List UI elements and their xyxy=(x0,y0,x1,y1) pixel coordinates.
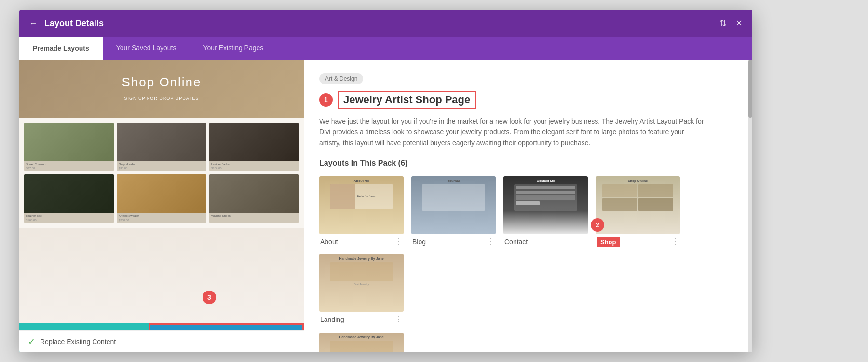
thumb-card-landing: Handmade Jewelry By Jane Divi Jewelry La… xyxy=(319,254,404,324)
product-label-4: Leather Bag xyxy=(24,213,114,219)
product-image-2 xyxy=(117,123,206,161)
thumb-landing-dots[interactable]: ⋮ xyxy=(395,315,403,324)
check-icon: ✓ xyxy=(28,336,35,347)
layouts-pack-title: Layouts In This Pack (6) xyxy=(319,159,737,167)
close-icon[interactable]: ✕ xyxy=(735,18,743,28)
thumb-landing2-inner: Handmade Jewelry By Jane xyxy=(319,333,404,352)
thumb-card-blog: Journal Blog ⋮ xyxy=(411,176,496,246)
thumb-shop-inner: Shop Online xyxy=(596,176,680,234)
thumb-contact-name: Contact xyxy=(504,238,528,246)
product-item-4: Leather Bag $160.00 xyxy=(24,174,114,223)
product-item-3: Leather Jacket $300.00 xyxy=(209,123,299,171)
product-price-2: $90.00 xyxy=(117,167,206,171)
thumb-about-dots[interactable]: ⋮ xyxy=(395,237,403,246)
thumb-card-contact: Contact Me Contact ⋮ xyxy=(503,176,588,246)
product-label-6: Walking Shoes xyxy=(209,213,299,219)
product-price-1: $87.00 xyxy=(24,167,114,171)
layout-preview: Shop Online SIGN UP FOR DROP UPDATES She… xyxy=(19,60,304,323)
product-label-1: Sheer Coverup xyxy=(24,161,114,167)
thumb-card-shop: 2 Shop Online xyxy=(596,176,680,246)
thumb-blog-label: Journal xyxy=(448,179,460,182)
thumb-landing-label: Handmade Jewelry By Jane xyxy=(339,257,383,260)
thumb-landing-footer: Landing ⋮ xyxy=(319,315,404,324)
thumb-about-footer: About ⋮ xyxy=(319,237,404,246)
product-item-2: Grey Hoodie $90.00 xyxy=(117,123,206,171)
preview-hero-title: Shop Online xyxy=(122,75,201,90)
product-label-3: Leather Jacket xyxy=(209,161,299,167)
layout-title: Jewelry Artist Shop Page xyxy=(343,94,470,106)
product-price-6 xyxy=(209,219,299,220)
preview-products: Sheer Coverup $87.00 Grey Hoodie $90.00 … xyxy=(19,118,304,228)
preview-hero: Shop Online SIGN UP FOR DROP UPDATES xyxy=(19,60,304,118)
thumb-contact-footer: Contact ⋮ xyxy=(503,237,588,246)
shop-highlighted-label: Shop xyxy=(597,237,620,247)
tab-premade-layouts[interactable]: Premade Layouts xyxy=(19,37,103,60)
product-image-4 xyxy=(24,174,114,213)
back-icon[interactable]: ← xyxy=(29,18,38,28)
preview-hero-button: SIGN UP FOR DROP UPDATES xyxy=(119,94,204,103)
product-price-5: $250.00 xyxy=(117,219,206,223)
thumb-landing[interactable]: Handmade Jewelry By Jane Divi Jewelry xyxy=(319,254,404,312)
layout-description: We have just the layout for you if you'r… xyxy=(319,116,705,148)
badge-1: 1 xyxy=(319,93,333,107)
thumb-card-about: About Me Hello I'm Jane About ⋮ xyxy=(319,176,404,246)
modal-body: 3 Shop Online SIGN UP FOR DROP UPDATES S… xyxy=(19,60,752,352)
tab-saved-layouts[interactable]: Your Saved Layouts xyxy=(103,37,190,60)
thumb-contact-label: Contact Me xyxy=(537,179,555,182)
thumb-landing2-label: Handmade Jewelry By Jane xyxy=(339,335,383,339)
left-panel: 3 Shop Online SIGN UP FOR DROP UPDATES S… xyxy=(19,60,304,352)
category-tag: Art & Design xyxy=(319,73,363,84)
thumb-shop-footer: Shop ⋮ xyxy=(596,237,680,246)
layout-details-modal: ← Layout Details ⇅ ✕ Premade Layouts You… xyxy=(19,10,752,352)
settings-icon[interactable]: ⇅ xyxy=(719,18,727,28)
thumb-contact-inner: Contact Me xyxy=(503,176,588,234)
thumb-shop-dots[interactable]: ⋮ xyxy=(671,237,679,246)
thumb-landing-name: Landing xyxy=(320,316,344,323)
right-panel: Art & Design 1 Jewelry Artist Shop Page … xyxy=(304,60,752,352)
badge-2: 2 xyxy=(591,218,604,232)
scrollbar-thumb[interactable] xyxy=(748,60,752,118)
thumb-about-name: About xyxy=(320,238,338,246)
thumb-blog-dots[interactable]: ⋮ xyxy=(487,237,495,246)
thumb-blog-inner: Journal xyxy=(411,176,496,234)
tab-existing-pages[interactable]: Your Existing Pages xyxy=(190,37,277,60)
thumb-about-label: About Me xyxy=(354,179,369,182)
thumb-shop-name: Shop xyxy=(597,238,620,246)
layout-title-row: 1 Jewelry Artist Shop Page xyxy=(319,91,737,109)
thumb-about[interactable]: About Me Hello I'm Jane xyxy=(319,176,404,234)
second-row-thumbs: Handmade Jewelry By Jane xyxy=(319,333,737,352)
thumb-blog[interactable]: Journal xyxy=(411,176,496,234)
thumb-card-landing2: Handmade Jewelry By Jane xyxy=(319,333,404,352)
thumb-contact[interactable]: Contact Me xyxy=(503,176,588,234)
thumb-blog-name: Blog xyxy=(412,238,426,246)
product-item-6: Walking Shoes xyxy=(209,174,299,223)
product-price-4: $160.00 xyxy=(24,219,114,223)
modal-tabs: Premade Layouts Your Saved Layouts Your … xyxy=(19,37,752,60)
thumb-shop-title: Shop Online xyxy=(628,179,648,182)
thumb-shop[interactable]: Shop Online xyxy=(596,176,680,234)
replace-checkbox-row: ✓ Replace Existing Content xyxy=(19,330,304,352)
product-item-1: Sheer Coverup $87.00 xyxy=(24,123,114,171)
scrollbar[interactable] xyxy=(748,60,752,352)
modal-title: Layout Details xyxy=(44,18,719,28)
product-image-1 xyxy=(24,123,114,161)
thumb-about-inner: About Me Hello I'm Jane xyxy=(319,176,404,234)
header-icons: ⇅ ✕ xyxy=(719,18,743,28)
preview-mock: Shop Online SIGN UP FOR DROP UPDATES She… xyxy=(19,60,304,323)
product-image-5 xyxy=(117,174,206,213)
product-label-2: Grey Hoodie xyxy=(117,161,206,167)
thumb-landing-inner: Handmade Jewelry By Jane Divi Jewelry xyxy=(319,254,404,312)
replace-checkbox-label[interactable]: Replace Existing Content xyxy=(40,338,116,346)
layout-title-box: Jewelry Artist Shop Page xyxy=(338,91,476,109)
badge-3: 3 xyxy=(203,291,216,304)
product-image-6 xyxy=(209,174,299,213)
thumb-landing2[interactable]: Handmade Jewelry By Jane xyxy=(319,333,404,352)
product-price-3: $300.00 xyxy=(209,167,299,171)
thumb-contact-dots[interactable]: ⋮ xyxy=(579,237,587,246)
product-label-5: Knitted Sweater xyxy=(117,213,206,219)
layout-thumbs: About Me Hello I'm Jane About ⋮ xyxy=(319,176,737,324)
modal-header: ← Layout Details ⇅ ✕ xyxy=(19,10,752,37)
product-image-3 xyxy=(209,123,299,161)
thumb-blog-footer: Blog ⋮ xyxy=(411,237,496,246)
product-item-5: Knitted Sweater $250.00 xyxy=(117,174,206,223)
